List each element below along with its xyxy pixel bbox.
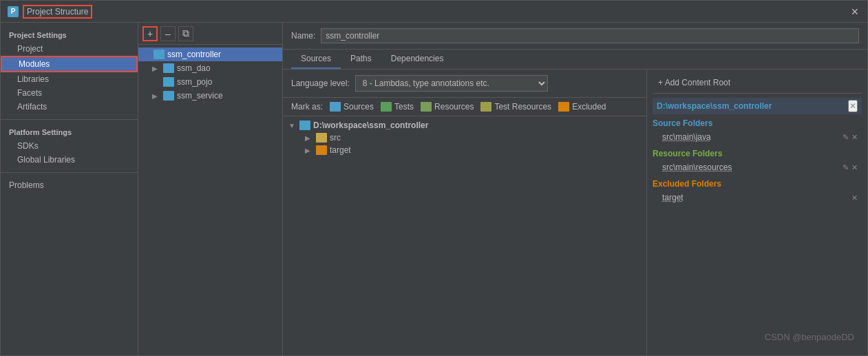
source-folder-entry: src\main\java ✎ ✕ [658, 131, 862, 143]
module-item-ssm-controller[interactable]: ssm_controller [138, 48, 282, 61]
tab-paths[interactable]: Paths [341, 50, 381, 69]
resources-folder-icon [421, 102, 432, 112]
folder-icon [163, 91, 174, 101]
language-level-select[interactable]: 8 - Lambdas, type annotations etc. [355, 75, 548, 92]
source-folders-title: Source Folders [653, 118, 862, 128]
sidebar-item-project[interactable]: Project [1, 42, 138, 56]
tab-left: Language level: 8 - Lambdas, type annota… [283, 70, 647, 355]
module-name-input[interactable] [321, 28, 859, 43]
module-label: ssm_controller [167, 50, 221, 59]
excluded-folders-section: Excluded Folders target ✕ [653, 179, 862, 204]
project-structure-dialog: P Project Structure ✕ Project Settings P… [0, 0, 868, 356]
root-folder-label: D:\workspace\ssm_controller [313, 121, 428, 130]
title-bar: P Project Structure ✕ [1, 1, 867, 23]
name-label: Name: [291, 31, 315, 41]
excluded-folders-title: Excluded Folders [653, 179, 862, 189]
sidebar-divider-2 [1, 172, 138, 173]
mark-excluded[interactable]: Excluded [558, 102, 606, 112]
module-list: ssm_controller ▶ ssm_dao ssm_pojo ▶ ssm_… [138, 45, 282, 355]
excluded-folder-entry: target ✕ [658, 191, 862, 204]
target-folder-icon [316, 145, 327, 155]
tests-folder-icon [381, 102, 392, 112]
folder-icon [154, 50, 165, 59]
resource-folder-actions: ✎ ✕ [843, 163, 858, 172]
mark-sources[interactable]: Sources [330, 102, 374, 112]
module-label: ssm_pojo [177, 77, 212, 87]
resource-folders-section: Resource Folders src\main\resources ✎ ✕ [653, 149, 862, 174]
mark-tests[interactable]: Tests [381, 102, 414, 112]
title-bar-right: ✕ [849, 6, 860, 17]
sidebar-item-libraries[interactable]: Libraries [1, 72, 138, 86]
language-level-label: Language level: [291, 78, 350, 88]
title-bar-left: P Project Structure [8, 5, 92, 19]
source-folder-edit-button[interactable]: ✎ [843, 133, 849, 142]
excluded-folder-actions: ✕ [851, 193, 858, 202]
tree-expand-arrow: ▶ [305, 134, 313, 142]
expand-arrow: ▶ [152, 65, 160, 72]
remove-module-button[interactable]: – [160, 26, 176, 41]
dialog-title: Project Structure [23, 5, 92, 19]
platform-settings-header: Platform Settings [1, 125, 138, 139]
excluded-folder-path: target [662, 193, 684, 202]
sources-folder-icon [330, 102, 341, 112]
folder-icon [163, 63, 174, 73]
source-folder-remove-button[interactable]: ✕ [851, 133, 858, 142]
test-resources-badge-label: Test Resources [494, 102, 551, 112]
test-resources-folder-icon [480, 102, 491, 112]
resource-folder-entry: src\main\resources ✎ ✕ [658, 161, 862, 174]
tests-badge-label: Tests [394, 102, 414, 112]
module-item-ssm-pojo[interactable]: ssm_pojo [138, 75, 282, 89]
module-label: ssm_service [177, 91, 223, 101]
sidebar: Project Settings Project Modules Librari… [1, 23, 138, 355]
tree-src[interactable]: ▶ src [283, 132, 646, 144]
resources-badge-label: Resources [434, 102, 474, 112]
add-content-root-button[interactable]: + Add Content Root [653, 75, 862, 94]
tab-content: Language level: 8 - Lambdas, type annota… [283, 70, 867, 355]
sidebar-divider [1, 119, 138, 120]
sidebar-item-problems[interactable]: Problems [1, 178, 138, 192]
module-item-ssm-service[interactable]: ▶ ssm_service [138, 89, 282, 103]
close-button[interactable]: ✕ [849, 6, 860, 17]
module-tree: + – ⧉ ssm_controller ▶ ssm_dao [138, 23, 283, 355]
source-folders-section: Source Folders src\main\java ✎ ✕ [653, 118, 862, 143]
sidebar-item-sdks[interactable]: SDKs [1, 139, 138, 153]
tree-expand-arrow: ▶ [305, 147, 313, 154]
language-level-row: Language level: 8 - Lambdas, type annota… [283, 70, 646, 98]
module-toolbar: + – ⧉ [138, 23, 282, 45]
tab-dependencies[interactable]: Dependencies [381, 50, 454, 69]
tab-sources[interactable]: Sources [291, 50, 341, 69]
mark-as-label: Mark as: [291, 102, 323, 112]
module-item-ssm-dao[interactable]: ▶ ssm_dao [138, 61, 282, 75]
sidebar-item-modules[interactable]: Modules [1, 56, 138, 72]
right-panel: Name: Sources Paths Dependencies Languag… [283, 23, 867, 355]
expand-arrow: ▶ [152, 92, 160, 100]
workspace-path-row: D:\workspace\ssm_controller ✕ [653, 98, 862, 114]
tabs-row: Sources Paths Dependencies [283, 50, 867, 70]
workspace-path-close-button[interactable]: ✕ [848, 100, 858, 112]
source-folder-path: src\main\java [662, 132, 711, 142]
resource-folder-edit-button[interactable]: ✎ [843, 163, 849, 172]
tree-target[interactable]: ▶ target [283, 144, 646, 156]
file-tree: ▼ D:\workspace\ssm_controller ▶ src ▶ [283, 116, 646, 355]
excluded-folder-remove-button[interactable]: ✕ [851, 193, 858, 202]
source-folder-actions: ✎ ✕ [843, 133, 858, 142]
root-folder-icon [299, 121, 310, 130]
mark-as-row: Mark as: Sources Tests Resources [283, 98, 646, 116]
copy-module-button[interactable]: ⧉ [178, 26, 193, 41]
mark-resources[interactable]: Resources [421, 102, 474, 112]
sidebar-item-artifacts[interactable]: Artifacts [1, 100, 138, 114]
module-label: ssm_dao [177, 63, 211, 73]
target-folder-label: target [330, 145, 351, 155]
sidebar-item-facets[interactable]: Facets [1, 86, 138, 100]
excluded-folder-icon [558, 102, 569, 112]
module-name-row: Name: [283, 23, 867, 50]
add-module-button[interactable]: + [142, 26, 158, 41]
resource-folder-remove-button[interactable]: ✕ [851, 163, 858, 172]
right-info-panel: + Add Content Root D:\workspace\ssm_cont… [647, 70, 867, 355]
tree-root[interactable]: ▼ D:\workspace\ssm_controller [283, 119, 646, 132]
sidebar-item-global-libraries[interactable]: Global Libraries [1, 153, 138, 167]
workspace-path-text: D:\workspace\ssm_controller [657, 101, 772, 111]
main-content: Project Settings Project Modules Librari… [1, 23, 867, 355]
mark-test-resources[interactable]: Test Resources [480, 102, 551, 112]
folder-icon [163, 77, 174, 87]
